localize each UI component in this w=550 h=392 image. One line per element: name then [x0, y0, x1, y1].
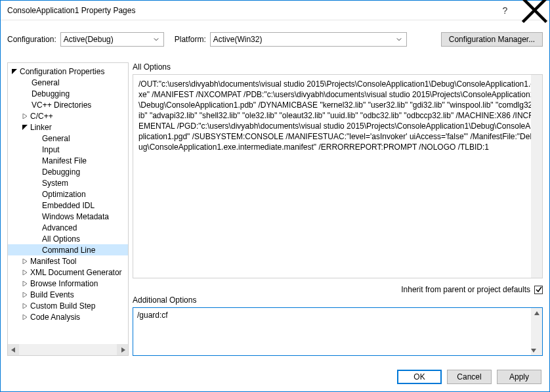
- tree-item-linker-general[interactable]: General: [8, 133, 128, 144]
- svg-marker-2: [12, 69, 17, 74]
- svg-marker-10: [23, 315, 27, 320]
- scroll-down-icon[interactable]: [531, 344, 536, 355]
- cancel-button[interactable]: Cancel: [447, 370, 492, 384]
- svg-marker-3: [23, 114, 27, 119]
- additional-options-scrollbar[interactable]: [531, 308, 542, 355]
- tree-item-linker-windows-metadata[interactable]: Windows Metadata: [8, 211, 128, 222]
- svg-marker-4: [22, 125, 28, 130]
- additional-options-value: /guard:cf: [137, 311, 168, 320]
- tree-collapsed-icon: [21, 281, 29, 286]
- window-title: ConsoleApplication1 Property Pages: [7, 6, 490, 15]
- platform-value: Active(Win32): [213, 35, 263, 44]
- tree-item-debugging[interactable]: Debugging: [8, 88, 128, 99]
- config-row: Configuration: Active(Debug) Platform: A…: [1, 28, 549, 51]
- apply-button[interactable]: Apply: [497, 370, 541, 384]
- chevron-down-icon: [150, 33, 162, 46]
- tree-horizontal-scrollbar[interactable]: [8, 344, 128, 355]
- tree-item-linker-command-line[interactable]: Command Line: [8, 244, 128, 255]
- svg-marker-14: [531, 349, 536, 353]
- tree-item-linker-embedded-idl[interactable]: Embedded IDL: [8, 200, 128, 211]
- svg-marker-7: [23, 281, 27, 286]
- tree-item-build-events[interactable]: Build Events: [8, 289, 128, 300]
- tree-item-linker-input[interactable]: Input: [8, 144, 128, 155]
- svg-marker-5: [23, 259, 27, 264]
- titlebar: ConsoleApplication1 Property Pages ?: [1, 1, 549, 20]
- tree-item-ccpp[interactable]: C/C++: [8, 110, 128, 121]
- tree-expanded-icon: [11, 69, 18, 74]
- right-panel: All Options /OUT:"c:\users\divyabh\docum…: [133, 62, 543, 356]
- tree-item-browse-information[interactable]: Browse Information: [8, 278, 128, 289]
- svg-marker-9: [23, 303, 27, 309]
- all-options-text: /OUT:"c:\users\divyabh\documents\visual …: [138, 79, 536, 152]
- all-options-label: All Options: [133, 62, 543, 72]
- tree-collapsed-icon: [21, 303, 29, 309]
- tree-root-config-properties[interactable]: Configuration Properties: [8, 66, 128, 77]
- scroll-right-icon[interactable]: [117, 344, 128, 355]
- svg-marker-11: [11, 347, 15, 353]
- configuration-label: Configuration:: [7, 35, 56, 44]
- tree-item-linker-debugging[interactable]: Debugging: [8, 166, 128, 177]
- nav-tree: Configuration Properties General Debuggi…: [7, 62, 129, 356]
- tree-collapsed-icon: [21, 292, 29, 297]
- tree-item-linker-manifest-file[interactable]: Manifest File: [8, 155, 128, 166]
- tree-item-general[interactable]: General: [8, 77, 128, 88]
- platform-label: Platform:: [175, 35, 206, 44]
- tree-item-linker-system[interactable]: System: [8, 177, 128, 188]
- all-options-scrollbar[interactable]: [531, 75, 542, 278]
- tree-item-linker-advanced[interactable]: Advanced: [8, 222, 128, 233]
- configuration-manager-button[interactable]: Configuration Manager...: [441, 32, 543, 47]
- tree-collapsed-icon: [21, 270, 29, 275]
- property-pages-window: ConsoleApplication1 Property Pages ? Con…: [0, 0, 550, 392]
- configuration-dropdown[interactable]: Active(Debug): [60, 32, 164, 47]
- tree-expanded-icon: [21, 125, 29, 130]
- tree-item-linker-optimization[interactable]: Optimization: [8, 188, 128, 200]
- tree-collapsed-icon: [21, 114, 29, 119]
- tree-item-custom-build-step[interactable]: Custom Build Step: [8, 300, 128, 311]
- tree-item-linker[interactable]: Linker: [8, 121, 128, 133]
- tree-collapsed-icon: [21, 315, 29, 320]
- additional-options-label: Additional Options: [133, 295, 543, 305]
- svg-marker-12: [121, 347, 125, 353]
- tree-item-manifest-tool[interactable]: Manifest Tool: [8, 255, 128, 267]
- close-button[interactable]: [520, 1, 549, 20]
- platform-dropdown[interactable]: Active(Win32): [210, 32, 407, 47]
- tree-collapsed-icon: [21, 259, 29, 264]
- ok-button[interactable]: OK: [397, 370, 442, 384]
- dialog-footer: OK Cancel Apply: [1, 362, 549, 391]
- tree-item-xml-doc-generator[interactable]: XML Document Generator: [8, 267, 128, 278]
- inherit-checkbox[interactable]: [534, 286, 543, 294]
- inherit-label: Inherit from parent or project defaults: [401, 285, 530, 294]
- additional-options-textbox[interactable]: /guard:cf: [133, 307, 543, 356]
- configuration-value: Active(Debug): [64, 35, 114, 44]
- chevron-down-icon: [393, 33, 405, 46]
- tree-item-linker-all-options[interactable]: All Options: [8, 233, 128, 244]
- check-icon: [536, 286, 542, 293]
- svg-marker-8: [23, 292, 27, 297]
- help-button[interactable]: ?: [490, 1, 520, 20]
- svg-marker-6: [23, 270, 27, 275]
- scroll-left-icon[interactable]: [8, 344, 19, 355]
- svg-marker-13: [534, 311, 539, 315]
- tree-item-vcpp-directories[interactable]: VC++ Directories: [8, 99, 128, 110]
- tree-item-code-analysis[interactable]: Code Analysis: [8, 311, 128, 322]
- scroll-up-icon[interactable]: [531, 308, 542, 319]
- all-options-textbox[interactable]: /OUT:"c:\users\divyabh\documents\visual …: [133, 74, 543, 278]
